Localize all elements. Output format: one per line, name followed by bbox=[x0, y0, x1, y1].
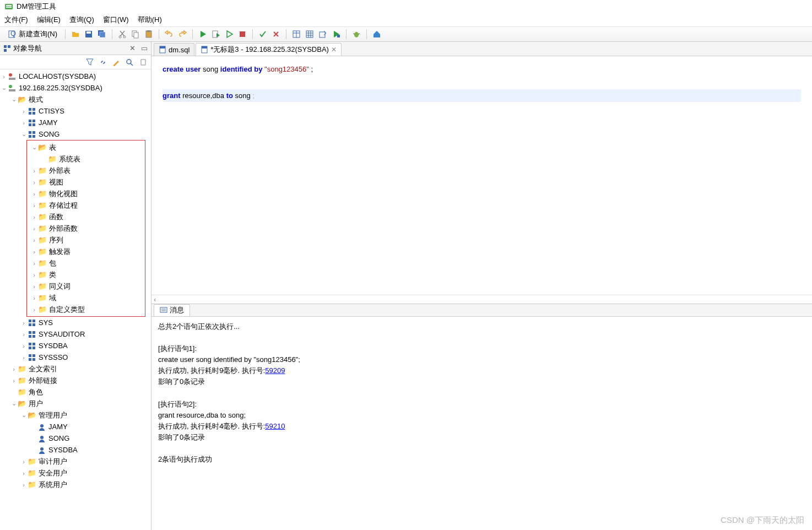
tree-schema-song[interactable]: ⌄ SONG bbox=[0, 128, 151, 140]
tree-item[interactable]: ›📁外部函数 bbox=[27, 223, 145, 234]
tree-schema[interactable]: ›SYSDBA bbox=[0, 340, 151, 351]
run-icon[interactable] bbox=[197, 29, 208, 40]
tree-user[interactable]: SYSDBA bbox=[0, 444, 151, 456]
paste-icon[interactable] bbox=[143, 29, 154, 40]
sidebar-tab-label: 对象导航 bbox=[13, 44, 42, 53]
sql-editor[interactable]: create user song identified by "song1234… bbox=[151, 56, 812, 295]
svg-rect-60 bbox=[33, 343, 35, 345]
rollback-icon[interactable] bbox=[270, 29, 282, 40]
menu-edit[interactable]: 编辑(E) bbox=[37, 15, 61, 25]
tree-item[interactable]: ›📁序列 bbox=[27, 234, 145, 246]
tree-item[interactable]: ›📁物化视图 bbox=[27, 188, 145, 199]
copy-icon[interactable] bbox=[130, 29, 141, 40]
cut-icon[interactable] bbox=[117, 29, 128, 40]
svg-rect-57 bbox=[29, 335, 31, 338]
tree-schema[interactable]: ›SYS bbox=[0, 317, 151, 328]
edit-icon[interactable] bbox=[111, 57, 121, 67]
user-icon bbox=[37, 434, 46, 443]
svg-rect-8 bbox=[100, 32, 105, 37]
svg-rect-48 bbox=[33, 131, 35, 134]
export-icon[interactable] bbox=[317, 29, 328, 40]
menu-help[interactable]: 帮助(H) bbox=[138, 15, 162, 25]
table-icon[interactable] bbox=[291, 29, 302, 40]
save-icon[interactable] bbox=[83, 29, 94, 40]
tree-system-tables[interactable]: 📁 系统表 bbox=[27, 153, 145, 165]
undo-icon[interactable] bbox=[164, 29, 175, 40]
search-icon[interactable] bbox=[124, 57, 134, 67]
link-icon[interactable] bbox=[98, 57, 108, 67]
open-icon[interactable] bbox=[70, 29, 81, 40]
editor-tab-active[interactable]: *无标题3 - 192.168.225.32(SYSDBA) ✕ bbox=[196, 43, 342, 56]
svg-rect-40 bbox=[33, 108, 35, 111]
expand-icon[interactable] bbox=[138, 57, 148, 67]
stop-icon[interactable] bbox=[237, 29, 248, 40]
output-panel[interactable]: 总共2个语句正依次执行... [执行语句1]: create user song… bbox=[151, 317, 812, 530]
menu-bar: 文件(F) 编辑(E) 查询(Q) 窗口(W) 帮助(H) bbox=[0, 13, 812, 26]
menu-window[interactable]: 窗口(W) bbox=[103, 15, 129, 25]
redo-icon[interactable] bbox=[177, 29, 188, 40]
output-tab-messages[interactable]: 消息 bbox=[154, 304, 190, 316]
exec-number-link[interactable]: 59209 bbox=[265, 366, 285, 375]
tree-schema[interactable]: ›SYSSSO bbox=[0, 351, 151, 363]
tree-item[interactable]: ›📁外部链接 bbox=[0, 375, 151, 386]
tree-item[interactable]: ›📁自定义类型 bbox=[27, 304, 145, 315]
execute-plan-icon[interactable] bbox=[331, 29, 342, 40]
bug-icon[interactable] bbox=[351, 29, 362, 40]
tree-user[interactable]: SONG bbox=[0, 432, 151, 444]
server-connected-icon bbox=[8, 84, 17, 93]
exec-number-link[interactable]: 59210 bbox=[265, 422, 285, 430]
svg-rect-58 bbox=[33, 335, 35, 338]
svg-rect-53 bbox=[29, 323, 31, 326]
output-line: 2条语句执行成功 bbox=[158, 454, 805, 465]
grid-icon[interactable] bbox=[304, 29, 315, 40]
commit-icon[interactable] bbox=[257, 29, 268, 40]
svg-rect-56 bbox=[33, 331, 35, 334]
tree-item[interactable]: ›📁外部表 bbox=[27, 165, 145, 176]
svg-rect-55 bbox=[29, 331, 31, 334]
schema-icon bbox=[28, 330, 36, 339]
close-icon[interactable]: ✕ bbox=[129, 44, 136, 52]
tree-item[interactable]: ›📁函数 bbox=[27, 211, 145, 223]
tree-item[interactable]: ›📁存储过程 bbox=[27, 199, 145, 211]
tree-item[interactable]: ›📁全文索引 bbox=[0, 363, 151, 375]
svg-rect-6 bbox=[86, 31, 91, 34]
tree-item[interactable]: ›📁触发器 bbox=[27, 246, 145, 257]
tree-host[interactable]: ⌄ 192.168.225.32(SYSDBA) bbox=[0, 82, 151, 94]
debug-icon[interactable] bbox=[224, 29, 235, 40]
tree-host[interactable]: › LOCALHOST(SYSDBA) bbox=[0, 71, 151, 82]
tree-tables[interactable]: ⌄📂 表 bbox=[27, 142, 145, 153]
tree-item[interactable]: ›📁审计用户 bbox=[0, 456, 151, 467]
tree-item[interactable]: ›📁系统用户 bbox=[0, 479, 151, 490]
tree-item[interactable]: ›📁域 bbox=[27, 292, 145, 304]
home-icon[interactable] bbox=[371, 29, 382, 40]
folder-open-icon: 📂 bbox=[18, 399, 26, 408]
run-script-icon[interactable] bbox=[210, 29, 221, 40]
horizontal-scrollbar[interactable]: ‹ bbox=[151, 295, 812, 304]
svg-rect-46 bbox=[33, 123, 35, 126]
menu-query[interactable]: 查询(Q) bbox=[69, 15, 94, 25]
tree-schema-root[interactable]: ⌄ 📂 模式 bbox=[0, 94, 151, 105]
tree-schema[interactable]: ›SYSAUDITOR bbox=[0, 328, 151, 340]
tree-mgmt-users[interactable]: ⌄📂管理用户 bbox=[0, 409, 151, 421]
close-icon[interactable]: ✕ bbox=[331, 46, 337, 53]
new-query-button[interactable]: Q 新建查询(N) bbox=[4, 28, 61, 40]
tree-item[interactable]: ›📁视图 bbox=[27, 176, 145, 188]
editor-tab[interactable]: dm.sql bbox=[154, 43, 194, 56]
tree-item[interactable]: ›📁类 bbox=[27, 269, 145, 280]
folder-icon: 📁 bbox=[38, 224, 47, 233]
object-tree[interactable]: › LOCALHOST(SYSDBA) ⌄ 192.168.225.32(SYS… bbox=[0, 69, 151, 530]
tree-item[interactable]: ›📁包 bbox=[27, 257, 145, 269]
tree-schema[interactable]: › JAMY bbox=[0, 117, 151, 128]
menu-file[interactable]: 文件(F) bbox=[4, 15, 28, 25]
tree-item[interactable]: ›📁同义词 bbox=[27, 280, 145, 292]
tree-item[interactable]: ›📁安全用户 bbox=[0, 467, 151, 479]
save-all-icon[interactable] bbox=[96, 29, 107, 40]
tree-user[interactable]: JAMY bbox=[0, 421, 151, 432]
tree-item[interactable]: 📁角色 bbox=[0, 386, 151, 398]
tree-users[interactable]: ⌄📂用户 bbox=[0, 398, 151, 409]
tree-schema[interactable]: › CTISYS bbox=[0, 105, 151, 117]
tree-icon bbox=[3, 45, 11, 52]
folder-icon: 📁 bbox=[38, 236, 47, 245]
filter-icon[interactable] bbox=[85, 57, 95, 67]
minimize-panel-icon[interactable]: ▭ bbox=[141, 44, 148, 52]
